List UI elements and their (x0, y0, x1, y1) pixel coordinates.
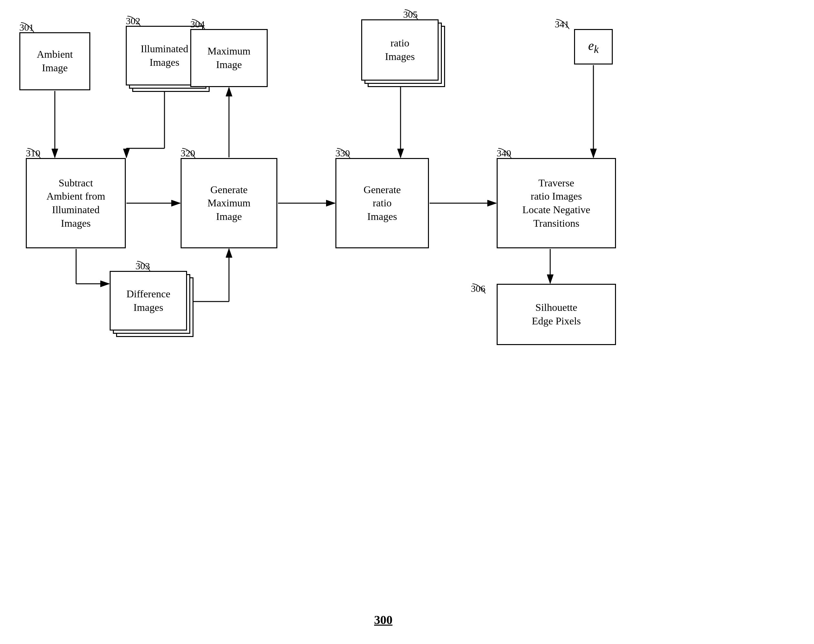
label-306: 306 (471, 283, 485, 294)
figure-label: 300 (374, 613, 392, 627)
label-310: 310 (26, 148, 40, 159)
silhouette-label: SilhouetteEdge Pixels (532, 301, 581, 328)
ratio-images-label: ratioImages (385, 37, 415, 63)
difference-images-label: DifferenceImages (126, 287, 170, 314)
label-320: 320 (181, 148, 195, 159)
label-305: 305 (403, 9, 418, 20)
label-341: 341 (555, 19, 569, 30)
traverse-label: Traverseratio ImagesLocate NegativeTrans… (523, 176, 590, 230)
difference-images-stack: DifferenceImages (110, 271, 200, 342)
label-303: 303 (135, 261, 150, 271)
traverse-box: Traverseratio ImagesLocate NegativeTrans… (497, 158, 616, 248)
label-330: 330 (336, 148, 350, 159)
subtract-box: SubtractAmbient fromIlluminatedImages (26, 158, 126, 248)
label-340: 340 (497, 148, 511, 159)
illuminated-images-label: IlluminatedImages (141, 42, 189, 69)
ek-label: ek (588, 38, 599, 55)
maximum-image-box: MaximumImage (190, 29, 268, 87)
ek-box: ek (574, 29, 613, 64)
maximum-image-label: MaximumImage (207, 44, 250, 71)
label-302: 302 (126, 15, 140, 26)
label-301: 301 (19, 22, 34, 33)
generate-max-label: GenerateMaximumImage (207, 183, 250, 224)
subtract-label: SubtractAmbient fromIlluminatedImages (46, 176, 105, 230)
silhouette-box: SilhouetteEdge Pixels (497, 284, 616, 345)
label-304: 304 (190, 19, 205, 30)
generate-ratio-box: GenerateratioImages (336, 158, 429, 248)
ratio-images-stack: ratioImages (361, 19, 452, 94)
diagram-container: AmbientImage 301 IlluminatedImages 302 M… (0, 0, 814, 644)
generate-max-box: GenerateMaximumImage (181, 158, 277, 248)
generate-ratio-label: GenerateratioImages (363, 183, 400, 224)
ambient-image-label: AmbientImage (37, 48, 73, 75)
ambient-image-box: AmbientImage (19, 32, 90, 90)
